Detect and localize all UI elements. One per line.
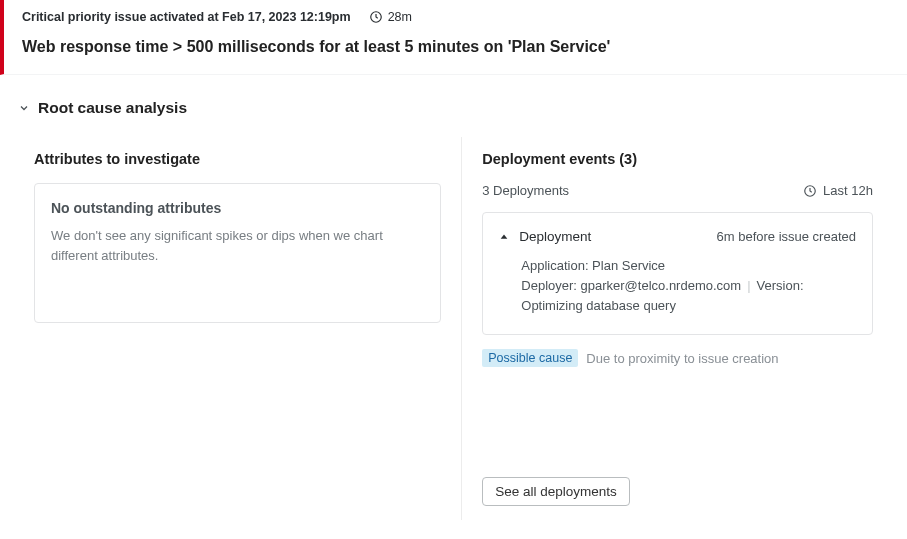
deployment-desc: Optimizing database query xyxy=(521,296,856,316)
deployments-meta-row: 3 Deployments Last 12h xyxy=(482,183,873,198)
deployment-time-relative: 6m before issue created xyxy=(717,229,856,244)
deployment-version-line: Version: xyxy=(757,276,804,296)
deployment-card[interactable]: Deployment 6m before issue created Appli… xyxy=(482,212,873,335)
deployment-details: Application: Plan Service Deployer: gpar… xyxy=(521,256,856,316)
deployment-tag-row: Possible cause Due to proximity to issue… xyxy=(482,349,873,367)
deployment-type: Deployment xyxy=(519,229,591,244)
deployments-column: Deployment events (3) 3 Deployments Last… xyxy=(462,137,893,520)
deployment-line2: Deployer: gparker@telco.nrdemo.com | Ver… xyxy=(521,276,856,296)
deployments-heading: Deployment events (3) xyxy=(482,151,873,167)
attributes-heading: Attributes to investigate xyxy=(34,151,441,167)
divider: | xyxy=(747,276,750,296)
section-header[interactable]: Root cause analysis xyxy=(0,75,907,127)
possible-cause-tag[interactable]: Possible cause xyxy=(482,349,578,367)
columns: Attributes to investigate No outstanding… xyxy=(0,127,907,539)
alert-title: Web response time > 500 milliseconds for… xyxy=(22,38,889,56)
deployment-app-line: Application: Plan Service xyxy=(521,256,856,276)
clock-icon xyxy=(803,184,817,198)
alert-duration: 28m xyxy=(369,10,412,24)
deployment-card-left: Deployment xyxy=(499,229,591,244)
attributes-empty-body: We don't see any significant spikes or d… xyxy=(51,226,424,265)
attributes-empty-card: No outstanding attributes We don't see a… xyxy=(34,183,441,323)
alert-duration-text: 28m xyxy=(388,10,412,24)
caret-up-icon[interactable] xyxy=(499,232,509,242)
possible-cause-desc: Due to proximity to issue creation xyxy=(586,351,778,366)
section-title: Root cause analysis xyxy=(38,99,187,117)
deployments-range[interactable]: Last 12h xyxy=(803,183,873,198)
chevron-down-icon xyxy=(18,102,30,114)
attributes-empty-title: No outstanding attributes xyxy=(51,200,424,216)
attributes-column: Attributes to investigate No outstanding… xyxy=(14,137,462,520)
deployment-card-top: Deployment 6m before issue created xyxy=(499,229,856,244)
see-all-deployments-button[interactable]: See all deployments xyxy=(482,477,630,506)
deployments-count-label: 3 Deployments xyxy=(482,183,569,198)
deployment-deployer-line: Deployer: gparker@telco.nrdemo.com xyxy=(521,276,741,296)
alert-status-text: Critical priority issue activated at Feb… xyxy=(22,10,351,24)
see-all-wrap: See all deployments xyxy=(482,477,873,506)
clock-icon xyxy=(369,10,383,24)
deployments-range-label: Last 12h xyxy=(823,183,873,198)
alert-banner: Critical priority issue activated at Feb… xyxy=(0,0,907,75)
alert-top-row: Critical priority issue activated at Feb… xyxy=(22,10,889,24)
